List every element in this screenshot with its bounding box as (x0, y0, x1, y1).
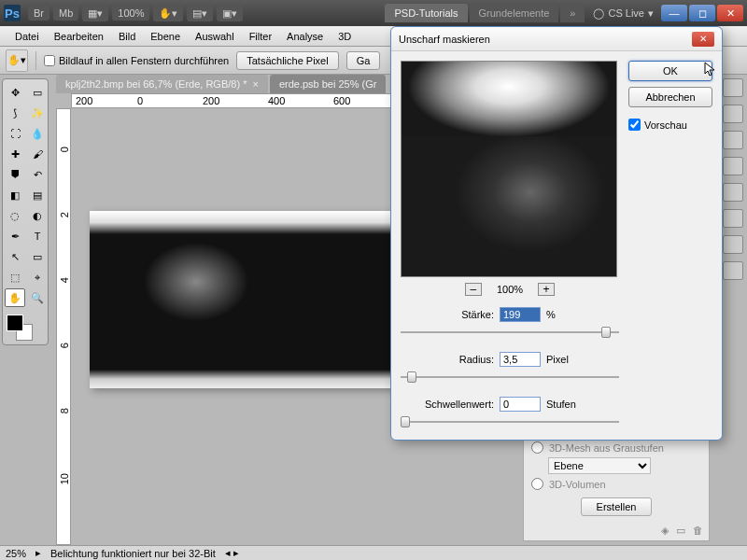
3d-panel: 3D-Mesh aus Graustufen Ebene 3D-Volumen … (523, 429, 710, 541)
strength-label: Stärke: (401, 309, 494, 320)
current-tool-icon[interactable]: ✋▾ (6, 49, 28, 72)
gradient-tool[interactable]: ▤ (27, 186, 48, 204)
path-tool[interactable]: ↖ (5, 247, 25, 266)
shape-tool[interactable]: ▭ (27, 247, 48, 266)
cancel-button[interactable]: Abbrechen (628, 87, 712, 107)
menu-3d[interactable]: 3D (331, 28, 359, 45)
threshold-input[interactable] (500, 397, 541, 412)
window-maximize[interactable]: ◻ (689, 5, 715, 21)
arrange-button[interactable]: ▤▾ (187, 6, 213, 21)
dock-swatches-icon[interactable] (723, 131, 743, 149)
dialog-close-button[interactable]: ✕ (692, 32, 714, 47)
dock-adjust-icon[interactable] (723, 157, 743, 175)
camera-tool[interactable]: ⌖ (27, 268, 48, 287)
move-tool[interactable]: ✥ (5, 83, 25, 102)
heal-tool[interactable]: ✚ (5, 145, 25, 163)
dialog-titlebar[interactable]: Unscharf maskieren ✕ (391, 27, 722, 51)
eyedropper-tool[interactable]: 💧 (27, 124, 48, 143)
blur-tool[interactable]: ◌ (5, 206, 25, 225)
status-zoom[interactable]: 25% (6, 548, 26, 559)
window-close[interactable]: ✕ (717, 5, 743, 21)
menu-ebene[interactable]: Ebene (143, 28, 188, 45)
doc-tab-1[interactable]: kplj2th2.bmp bei 66,7% (Erde, RGB/8) *× (56, 75, 268, 93)
app-titlebar: Ps Br Mb ▦▾ 100% ✋▾ ▤▾ ▣▾ PSD-Tutorials … (0, 0, 747, 26)
actual-pixels-button[interactable]: Tatsächliche Pixel (236, 51, 338, 70)
stamp-tool[interactable]: ⛊ (5, 165, 25, 184)
create-button[interactable]: Erstellen (581, 497, 653, 516)
right-dock (723, 78, 745, 280)
ruler-vertical: 0246810 (56, 108, 71, 545)
dock-expand-icon[interactable] (723, 78, 743, 97)
mesh-radio[interactable] (531, 441, 543, 454)
window-minimize[interactable]: — (661, 5, 687, 21)
strength-slider[interactable] (401, 324, 619, 341)
threshold-label: Schwellenwert: (401, 399, 494, 410)
lasso-tool[interactable]: ⟆ (5, 104, 25, 122)
eraser-tool[interactable]: ◧ (5, 186, 25, 204)
radius-label: Radius: (401, 354, 494, 365)
3d-tool[interactable]: ⬚ (5, 268, 25, 287)
zoom-out-button[interactable]: – (465, 283, 482, 296)
wand-tool[interactable]: ✨ (27, 104, 48, 122)
zoom-percent: 100% (497, 284, 523, 295)
fit-button[interactable]: Ga (346, 51, 381, 70)
color-swatches[interactable] (5, 313, 48, 341)
strength-input[interactable] (500, 307, 541, 322)
workspace-tab-grund[interactable]: Grundelemente (470, 4, 559, 22)
panel-icon[interactable]: ▭ (676, 525, 685, 537)
crop-tool[interactable]: ⛶ (5, 124, 25, 143)
hand-tool[interactable]: ✋ (5, 288, 25, 307)
pen-tool[interactable]: ✒ (5, 227, 25, 245)
app-icon: Ps (4, 5, 21, 21)
menu-bearbeiten[interactable]: Bearbeiten (47, 28, 111, 45)
marquee-tool[interactable]: ▭ (27, 83, 48, 102)
layer-select[interactable]: Ebene (548, 457, 651, 474)
type-tool[interactable]: T (27, 227, 48, 245)
menu-bild[interactable]: Bild (111, 28, 143, 45)
scroll-all-checkbox[interactable]: Bildlauf in allen Fenstern durchführen (44, 55, 229, 66)
dodge-tool[interactable]: ◐ (27, 206, 48, 225)
unsharp-mask-dialog: Unscharf maskieren ✕ – 100% + Stärke:% R… (390, 26, 723, 441)
workspace-tab-psd[interactable]: PSD-Tutorials (385, 4, 467, 22)
dock-layers-icon[interactable] (723, 183, 743, 202)
doc-tab-2[interactable]: erde.psb bei 25% (Gr (270, 75, 387, 93)
threshold-slider[interactable] (401, 413, 619, 430)
history-brush-tool[interactable]: ↶ (27, 165, 48, 184)
volume-radio[interactable] (531, 478, 543, 490)
preview-checkbox[interactable]: Vorschau (628, 119, 712, 131)
menu-filter[interactable]: Filter (242, 28, 279, 45)
cs-live[interactable]: ◯CS Live▾ (593, 7, 654, 20)
dock-color-icon[interactable] (723, 105, 743, 123)
radius-input[interactable] (500, 352, 541, 367)
preview-image[interactable] (401, 61, 617, 277)
mb-button[interactable]: Mb (53, 6, 78, 21)
hand-shortcut[interactable]: ✋▾ (153, 6, 183, 21)
menu-datei[interactable]: Datei (7, 28, 47, 45)
menu-analyse[interactable]: Analyse (279, 28, 331, 45)
zoom-level[interactable]: 100% (112, 6, 149, 21)
zoom-tool[interactable]: 🔍 (27, 288, 48, 307)
menu-auswahl[interactable]: Auswahl (188, 28, 242, 45)
toolbox: ✥ ▭ ⟆ ✨ ⛶ 💧 ✚ 🖌 ⛊ ↶ ◧ ▤ ◌ ◐ ✒ T ↖ ▭ ⬚ ⌖ … (2, 78, 49, 345)
ok-button[interactable]: OK (628, 61, 712, 81)
radius-slider[interactable] (401, 369, 619, 385)
screen-mode-button[interactable]: ▣▾ (217, 6, 243, 21)
dock-paths-icon[interactable] (723, 235, 743, 254)
workspace-more[interactable]: » (560, 4, 585, 22)
status-bar: 25% ▸ Belichtung funktioniert nur bei 32… (0, 545, 747, 560)
close-icon[interactable]: × (252, 78, 258, 90)
dock-history-icon[interactable] (723, 261, 743, 280)
bridge-button[interactable]: Br (28, 6, 49, 21)
dock-channels-icon[interactable] (723, 209, 743, 228)
status-message: Belichtung funktioniert nur bei 32-Bit (50, 548, 216, 559)
trash-icon[interactable]: 🗑 (693, 525, 703, 537)
brush-tool[interactable]: 🖌 (27, 145, 48, 163)
zoom-in-button[interactable]: + (538, 283, 555, 296)
panel-icon[interactable]: ◈ (661, 525, 669, 537)
dialog-title-text: Unscharf maskieren (399, 34, 490, 45)
view-mode-button[interactable]: ▦▾ (82, 6, 108, 21)
